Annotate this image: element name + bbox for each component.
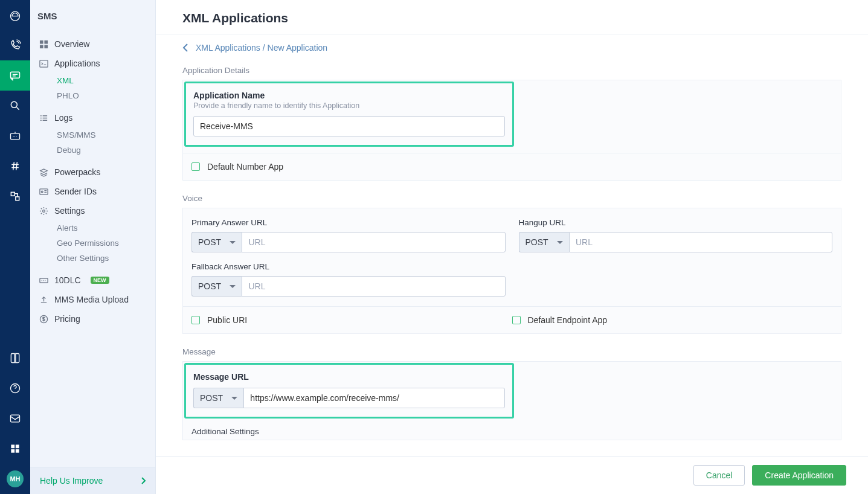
avatar-initials: MH — [7, 470, 24, 487]
main-area: XML Applications XML Applications / New … — [156, 0, 868, 494]
nav-label: Powerpacks — [54, 167, 100, 177]
svg-rect-15 — [44, 45, 48, 48]
nav-logs[interactable]: Logs — [30, 108, 155, 127]
public-uri-label: Public URI — [207, 315, 247, 325]
method-value: POST — [200, 393, 223, 403]
hangup-method-select[interactable]: POST — [519, 232, 569, 252]
rail-voice-icon[interactable] — [0, 30, 30, 60]
rail-support-icon[interactable] — [0, 403, 30, 434]
upload-icon — [39, 295, 48, 304]
default-endpoint-label: Default Endpoint App — [528, 315, 608, 325]
method-value: POST — [526, 237, 548, 247]
svg-rect-8 — [11, 444, 14, 448]
rail-docs-icon[interactable] — [0, 343, 30, 373]
nav-logs-debug[interactable]: Debug — [30, 143, 155, 158]
additional-settings-label[interactable]: Additional Settings — [183, 419, 841, 436]
application-name-input[interactable] — [193, 116, 505, 136]
fallback-answer-url-label: Fallback Answer URL — [191, 262, 506, 271]
nav-label: Pricing — [54, 314, 80, 324]
nav-applications-xml[interactable]: XML — [30, 73, 155, 88]
rail-messaging-icon[interactable] — [0, 60, 30, 91]
dollar-icon — [39, 314, 48, 324]
svg-rect-14 — [39, 45, 43, 48]
primary-answer-url-input[interactable] — [242, 232, 505, 252]
nav-sender-ids[interactable]: Sender IDs — [30, 182, 155, 201]
nav-settings-alerts[interactable]: Alerts — [30, 220, 155, 236]
main-header: XML Applications — [156, 0, 868, 34]
nav-mms-upload[interactable]: MMS Media Upload — [30, 290, 155, 309]
breadcrumb[interactable]: XML Applications / New Application — [156, 34, 868, 59]
footer: Cancel Create Application — [156, 456, 868, 494]
dashboard-icon — [39, 39, 48, 49]
nav-applications-phlo[interactable]: PHLO — [30, 88, 155, 103]
hangup-url-label: Hangup URL — [519, 218, 833, 227]
terminal-icon — [39, 59, 48, 68]
panel-message: Message URL POST Additional Settings — [182, 361, 841, 440]
rail-help-icon[interactable] — [0, 373, 30, 403]
highlight-application-name: Application Name Provide a friendly name… — [184, 82, 514, 147]
nav-settings-other[interactable]: Other Settings — [30, 251, 155, 266]
svg-rect-9 — [16, 444, 19, 448]
svg-rect-4 — [11, 192, 14, 196]
gear-icon — [39, 206, 48, 216]
message-method-select[interactable]: POST — [193, 388, 243, 408]
rail-avatar[interactable]: MH — [0, 464, 30, 494]
badge-new: NEW — [91, 277, 109, 284]
create-application-button[interactable]: Create Application — [752, 465, 846, 486]
nav-label: 10DLC — [54, 275, 81, 285]
nav-powerpacks[interactable]: Powerpacks — [30, 162, 155, 182]
fallback-answer-url-input[interactable] — [242, 276, 505, 297]
nav-settings[interactable]: Settings — [30, 201, 155, 220]
message-url-label: Message URL — [193, 372, 505, 382]
primary-answer-url-label: Primary Answer URL — [191, 218, 506, 227]
primary-answer-method-select[interactable]: POST — [191, 232, 242, 252]
svg-point-2 — [11, 101, 17, 107]
default-endpoint-row[interactable]: Default Endpoint App — [512, 315, 833, 325]
svg-rect-1 — [11, 72, 20, 78]
panel-application-details: Application Name Provide a friendly name… — [182, 80, 841, 181]
chevron-right-icon — [141, 477, 146, 484]
fallback-method-select[interactable]: POST — [191, 276, 242, 297]
nav-label: Sender IDs — [54, 187, 97, 196]
svg-rect-16 — [39, 60, 47, 66]
svg-rect-12 — [39, 40, 43, 43]
nav-logs-sms[interactable]: SMS/MMS — [30, 127, 155, 143]
rail-home-icon[interactable] — [0, 0, 30, 30]
highlight-message-url: Message URL POST — [184, 363, 514, 419]
svg-point-19 — [42, 210, 45, 212]
checkbox-default-endpoint[interactable] — [512, 316, 521, 324]
nav-10dlc[interactable]: 10DLC NEW — [30, 271, 155, 290]
nav-pricing[interactable]: Pricing — [30, 309, 155, 329]
stack-icon — [39, 167, 48, 177]
default-number-label: Default Number App — [207, 162, 283, 172]
application-name-label: Application Name — [193, 91, 505, 100]
dlc-icon — [39, 275, 48, 285]
nav-label: Overview — [54, 39, 89, 49]
checkbox-public-uri[interactable] — [191, 316, 200, 324]
svg-rect-5 — [16, 197, 19, 200]
nav-settings-geo[interactable]: Geo Permissions — [30, 236, 155, 251]
help-us-improve[interactable]: Help Us Improve — [30, 467, 155, 494]
nav-title: SMS — [30, 0, 155, 32]
nav-applications[interactable]: Applications — [30, 54, 155, 73]
rail-sip-icon[interactable] — [0, 121, 30, 151]
nav-label: Applications — [54, 59, 100, 68]
default-number-app-row[interactable]: Default Number App — [183, 153, 841, 180]
method-value: POST — [198, 281, 221, 291]
nav-label: MMS Media Upload — [54, 295, 129, 304]
public-uri-row[interactable]: Public URI — [191, 315, 512, 325]
rail-numbers-icon[interactable] — [0, 151, 30, 181]
rail-apps-icon[interactable] — [0, 434, 30, 464]
rail-trunk-icon[interactable] — [0, 181, 30, 211]
section-voice: Voice — [182, 194, 841, 203]
method-value: POST — [198, 237, 221, 247]
rail-lookup-icon[interactable] — [0, 91, 30, 121]
svg-point-18 — [41, 191, 43, 193]
section-application-details: Application Details — [182, 66, 841, 75]
cancel-button[interactable]: Cancel — [693, 465, 745, 486]
hangup-url-input[interactable] — [569, 232, 832, 252]
message-url-input[interactable] — [243, 388, 505, 408]
nav-overview[interactable]: Overview — [30, 34, 155, 54]
help-label: Help Us Improve — [40, 476, 103, 486]
checkbox-default-number[interactable] — [191, 162, 200, 171]
